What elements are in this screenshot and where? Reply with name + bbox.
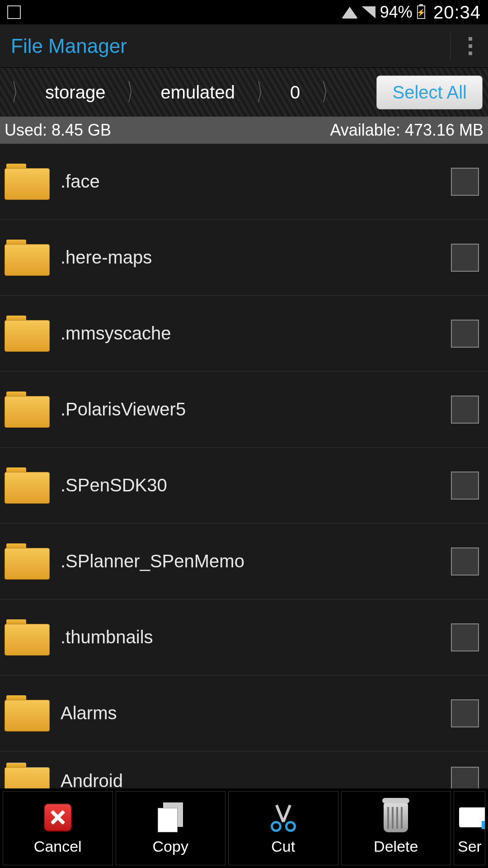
chevron-icon: 〉 — [127, 76, 139, 109]
folder-icon — [5, 467, 50, 504]
chevron-icon: 〉 — [322, 76, 334, 109]
list-item[interactable]: Alarms — [0, 675, 488, 751]
overflow-menu-button[interactable] — [450, 33, 477, 60]
checkbox[interactable] — [451, 168, 479, 196]
cancel-button[interactable]: Cancel — [3, 791, 113, 865]
breadcrumb-storage[interactable]: storage — [30, 82, 121, 103]
folder-icon — [5, 164, 50, 200]
send-button[interactable]: Ser — [454, 791, 485, 865]
folder-icon — [5, 316, 50, 352]
battery-percent: 94% — [380, 3, 413, 22]
folder-icon — [5, 392, 50, 428]
file-name: .face — [61, 171, 440, 192]
envelope-icon — [459, 807, 485, 827]
folder-icon — [5, 240, 50, 276]
file-name: Alarms — [61, 703, 440, 723]
chevron-icon: 〉 — [12, 76, 24, 109]
list-item[interactable]: .SPlanner_SPenMemo — [0, 524, 488, 599]
checkbox[interactable] — [451, 623, 479, 651]
copy-icon — [158, 802, 183, 832]
folder-icon — [5, 695, 50, 731]
folder-icon — [5, 543, 50, 580]
list-item[interactable]: .mmsyscache — [0, 296, 488, 372]
checkbox[interactable] — [451, 244, 479, 272]
wifi-icon — [342, 6, 357, 19]
file-list: .face .here-maps .mmsyscache .PolarisVie… — [0, 144, 488, 810]
delete-button[interactable]: Delete — [341, 791, 451, 865]
file-name: .PolarisViewer5 — [61, 399, 440, 420]
checkbox[interactable] — [451, 396, 479, 424]
breadcrumb-0[interactable]: 0 — [275, 82, 315, 103]
file-name: .thumbnails — [61, 627, 440, 647]
file-name: Android — [61, 771, 440, 791]
copy-button[interactable]: Copy — [116, 791, 226, 865]
list-item[interactable]: .face — [0, 144, 488, 220]
bottom-toolbar: Cancel Copy Cut Delete Ser — [0, 788, 488, 868]
select-all-button[interactable]: Select All — [376, 75, 483, 109]
list-item[interactable]: .thumbnails — [0, 599, 488, 675]
battery-icon — [417, 5, 425, 19]
picture-icon — [7, 5, 21, 19]
storage-available-label: Available: 473.16 MB — [330, 121, 483, 140]
storage-used-label: Used: 8.45 GB — [5, 121, 330, 140]
checkbox[interactable] — [451, 547, 479, 576]
clock: 20:34 — [433, 2, 481, 23]
delete-label: Delete — [374, 838, 418, 855]
scissors-icon — [268, 802, 299, 833]
list-item[interactable]: .PolarisViewer5 — [0, 372, 488, 448]
breadcrumb-row: 〉 storage 〉 emulated 〉 0 〉 Select All — [0, 68, 488, 117]
list-item[interactable]: .SPenSDK30 — [0, 448, 488, 524]
status-bar: 94% 20:34 — [0, 0, 488, 24]
storage-info-bar: Used: 8.45 GB Available: 473.16 MB — [0, 117, 488, 144]
cut-button[interactable]: Cut — [228, 791, 338, 865]
app-bar: File Manager — [0, 24, 488, 68]
cut-label: Cut — [271, 838, 295, 855]
breadcrumb-emulated[interactable]: emulated — [145, 82, 250, 103]
cancel-icon — [44, 803, 72, 831]
file-name: .SPenSDK30 — [61, 475, 440, 495]
app-title: File Manager — [11, 35, 450, 57]
file-name: .mmsyscache — [61, 323, 440, 344]
chevron-icon: 〉 — [256, 76, 268, 109]
file-name: .SPlanner_SPenMemo — [61, 551, 440, 571]
copy-label: Copy — [153, 838, 188, 855]
checkbox[interactable] — [451, 472, 479, 500]
trash-icon — [384, 802, 408, 832]
checkbox[interactable] — [451, 699, 479, 727]
send-label: Ser — [458, 838, 482, 855]
file-name: .here-maps — [61, 247, 440, 268]
signal-icon — [362, 6, 375, 18]
folder-icon — [5, 619, 50, 656]
checkbox[interactable] — [451, 320, 479, 348]
list-item[interactable]: .here-maps — [0, 220, 488, 296]
cancel-label: Cancel — [34, 838, 82, 855]
